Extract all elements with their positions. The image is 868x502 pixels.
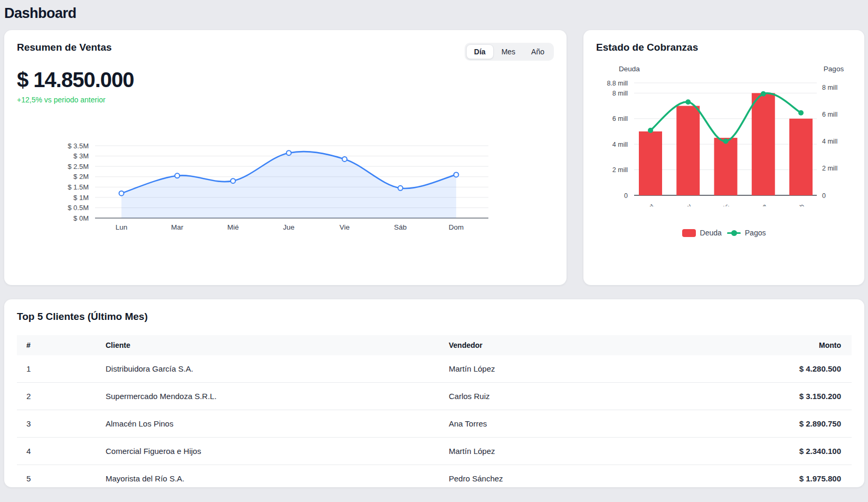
- legend-label: Deuda: [700, 229, 722, 237]
- svg-text:Vie: Vie: [339, 223, 350, 231]
- svg-text:$ 3.5M: $ 3.5M: [68, 142, 89, 150]
- collections-card: Estado de Cobranzas DeudaPagos8.8 mill8 …: [583, 30, 864, 285]
- cell-monto: $ 2.340.100: [725, 438, 852, 465]
- cell-vendedor: Ana Torres: [439, 410, 725, 438]
- svg-text:Dom: Dom: [449, 223, 464, 231]
- svg-text:$ 1.5M: $ 1.5M: [68, 183, 89, 191]
- column-header-vendedor: Vendedor: [439, 335, 725, 355]
- svg-text:Mar: Mar: [171, 223, 184, 231]
- svg-text:Nov: Nov: [681, 203, 693, 206]
- svg-text:8 mill: 8 mill: [612, 90, 628, 97]
- top-clients-table: # Cliente Vendedor Monto 1Distribuidora …: [17, 335, 852, 487]
- cell-num: 1: [17, 355, 96, 383]
- collections-combo-chart[interactable]: DeudaPagos8.8 mill8 mill6 mill4 mill2 mi…: [596, 64, 854, 206]
- column-header-monto: Monto: [725, 335, 852, 355]
- cell-num: 3: [17, 410, 96, 438]
- svg-text:$ 0M: $ 0M: [73, 214, 89, 222]
- table-row: 5Mayorista del Río S.A.Pedro Sánchez$ 1.…: [17, 465, 852, 488]
- cell-cliente: Distribuidora García S.A.: [96, 355, 439, 383]
- column-header-num: #: [17, 335, 96, 355]
- period-tab-mes[interactable]: Mes: [494, 44, 523, 59]
- table-row: 3Almacén Los PinosAna Torres$ 2.890.750: [17, 410, 852, 438]
- collections-card-title: Estado de Cobranzas: [596, 42, 852, 53]
- cell-vendedor: Pedro Sánchez: [439, 465, 725, 488]
- sales-area-chart[interactable]: $ 3.5M$ 3M$ 2.5M$ 2M$ 1.5M$ 1M$ 0.5M$ 0M…: [17, 142, 513, 235]
- cell-monto: $ 3.150.200: [725, 383, 852, 410]
- svg-text:$ 2M: $ 2M: [73, 173, 89, 181]
- cell-num: 4: [17, 438, 96, 465]
- svg-text:$ 2.5M: $ 2.5M: [68, 163, 89, 171]
- legend-item-deuda[interactable]: Deuda: [682, 229, 722, 237]
- svg-text:6 mill: 6 mill: [612, 115, 628, 122]
- cell-num: 2: [17, 383, 96, 410]
- legend-label: Pagos: [745, 229, 766, 237]
- top-clients-title: Top 5 Clientes (Último Mes): [17, 311, 852, 323]
- svg-text:Pagos: Pagos: [824, 65, 844, 73]
- cell-cliente: Mayorista del Río S.A.: [96, 465, 439, 488]
- sales-total-amount: $ 14.850.000: [17, 68, 554, 92]
- cell-cliente: Almacén Los Pinos: [96, 410, 439, 438]
- svg-text:4 mill: 4 mill: [612, 141, 628, 148]
- svg-text:$ 1M: $ 1M: [73, 194, 89, 202]
- page-title: Dashboard: [4, 5, 864, 22]
- dashboard-page: Dashboard Resumen de Ventas DíaMesAño $ …: [0, 0, 868, 487]
- svg-text:Jue: Jue: [283, 223, 295, 231]
- svg-text:2 mill: 2 mill: [612, 166, 628, 174]
- legend-item-pagos[interactable]: Pagos: [727, 229, 766, 237]
- legend-line-swatch-icon: [727, 229, 741, 237]
- svg-text:$ 3M: $ 3M: [73, 152, 89, 160]
- cell-cliente: Comercial Figueroa e Hijos: [96, 438, 439, 465]
- svg-text:8 mill: 8 mill: [822, 84, 837, 91]
- svg-text:6 mill: 6 mill: [822, 111, 837, 118]
- table-row: 1Distribuidora García S.A.Martín López$ …: [17, 355, 852, 383]
- svg-text:Oct: Oct: [644, 202, 655, 206]
- svg-text:Ene: Ene: [756, 203, 768, 206]
- collections-legend: DeudaPagos: [596, 229, 852, 237]
- cell-monto: $ 2.890.750: [725, 410, 852, 438]
- svg-text:Feb: Feb: [794, 203, 806, 206]
- cell-num: 5: [17, 465, 96, 488]
- svg-text:$ 0.5M: $ 0.5M: [68, 204, 89, 212]
- svg-text:4 mill: 4 mill: [822, 138, 837, 145]
- table-header-row: # Cliente Vendedor Monto: [17, 335, 852, 355]
- cell-monto: $ 1.975.800: [725, 465, 852, 488]
- cell-vendedor: Martín López: [439, 355, 725, 383]
- sales-chart-wrap: $ 3.5M$ 3M$ 2.5M$ 2M$ 1.5M$ 1M$ 0.5M$ 0M…: [17, 142, 554, 235]
- period-tab-dia[interactable]: Día: [466, 44, 494, 59]
- cell-vendedor: Martín López: [439, 438, 725, 465]
- svg-text:8.8 mill: 8.8 mill: [607, 80, 628, 87]
- sales-delta-text: +12,5% vs periodo anterior: [17, 96, 554, 104]
- sales-summary-card: Resumen de Ventas DíaMesAño $ 14.850.000…: [4, 30, 567, 285]
- period-segmented-control: DíaMesAño: [465, 43, 554, 61]
- legend-bar-swatch-icon: [682, 229, 696, 237]
- cell-vendedor: Carlos Ruiz: [439, 383, 725, 410]
- svg-text:Mié: Mié: [227, 223, 239, 231]
- svg-text:2 mill: 2 mill: [822, 165, 837, 172]
- table-row: 4Comercial Figueroa e HijosMartín López$…: [17, 438, 852, 465]
- svg-text:Deuda: Deuda: [619, 65, 640, 73]
- svg-text:0: 0: [822, 192, 826, 200]
- top-cards-row: Resumen de Ventas DíaMesAño $ 14.850.000…: [4, 30, 864, 285]
- period-tab-ano[interactable]: Año: [523, 44, 552, 59]
- svg-text:Lun: Lun: [116, 223, 128, 231]
- cell-monto: $ 4.280.500: [725, 355, 852, 383]
- svg-text:Dic: Dic: [720, 203, 730, 206]
- table-row: 2Supermercado Mendoza S.R.L.Carlos Ruiz$…: [17, 383, 852, 410]
- collections-chart-wrap: DeudaPagos8.8 mill8 mill6 mill4 mill2 mi…: [596, 64, 852, 206]
- svg-text:0: 0: [624, 192, 628, 200]
- column-header-cliente: Cliente: [96, 335, 439, 355]
- top-clients-card: Top 5 Clientes (Último Mes) # Cliente Ve…: [4, 299, 864, 487]
- svg-text:Sáb: Sáb: [394, 223, 407, 231]
- cell-cliente: Supermercado Mendoza S.R.L.: [96, 383, 439, 410]
